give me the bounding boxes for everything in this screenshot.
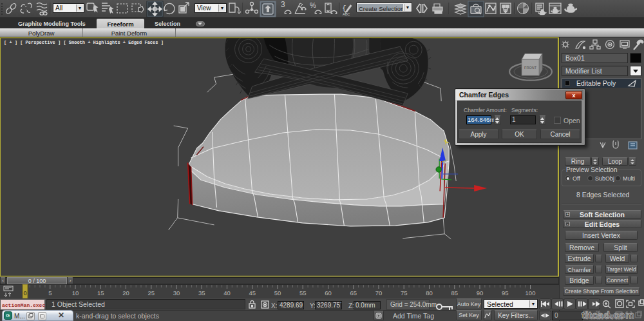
svg-text:3: 3 — [281, 0, 285, 9]
svg-text:30: 30 — [173, 289, 180, 297]
svg-text:55: 55 — [299, 289, 307, 297]
svg-text:25: 25 — [148, 289, 155, 297]
svg-text:FRONT: FRONT — [524, 66, 537, 70]
svg-text:40: 40 — [223, 289, 231, 297]
svg-text:%: % — [310, 1, 316, 9]
svg-text:15: 15 — [97, 289, 104, 297]
svg-text:ABC: ABC — [343, 12, 350, 16]
svg-text:80: 80 — [426, 289, 433, 297]
svg-text:75: 75 — [401, 289, 408, 297]
svg-text:{: { — [342, 5, 346, 12]
svg-text:90: 90 — [477, 289, 484, 297]
svg-text:70: 70 — [375, 289, 383, 297]
svg-text:60: 60 — [325, 289, 332, 297]
svg-text:35: 35 — [198, 289, 205, 297]
svg-text:0: 0 — [23, 290, 26, 297]
svg-text:85: 85 — [451, 289, 459, 297]
svg-text:45: 45 — [249, 289, 256, 297]
svg-text:20: 20 — [122, 289, 129, 297]
svg-text:10: 10 — [72, 289, 79, 297]
svg-text:95: 95 — [502, 289, 509, 297]
svg-text:65: 65 — [350, 289, 357, 297]
svg-text:5: 5 — [48, 289, 52, 297]
svg-text:50: 50 — [274, 289, 281, 297]
svg-text:100: 100 — [526, 289, 536, 297]
